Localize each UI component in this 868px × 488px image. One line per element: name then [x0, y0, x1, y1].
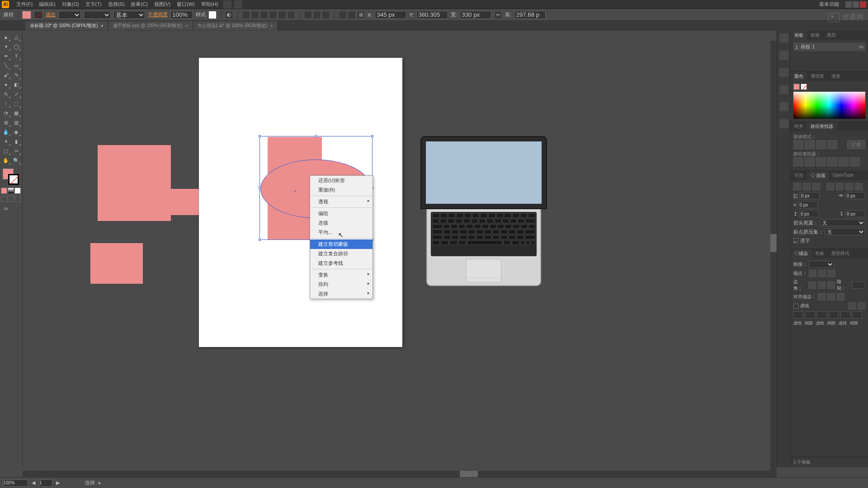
layout-icon[interactable] [223, 0, 231, 9]
artwork-shape[interactable] [98, 145, 171, 221]
unite-icon[interactable] [793, 140, 803, 149]
minus-front-icon[interactable] [805, 140, 815, 149]
tab-layers[interactable]: 图层 [823, 31, 840, 40]
dash-input[interactable] [817, 311, 827, 319]
close-tab-icon[interactable]: × [101, 23, 104, 28]
cap-butt-icon[interactable] [809, 270, 816, 277]
join-bevel-icon[interactable] [827, 282, 835, 289]
zoom-input[interactable] [3, 479, 28, 487]
menu-effect[interactable]: 效果(C) [128, 0, 150, 9]
arrange-icon[interactable] [234, 0, 242, 9]
punct-select[interactable]: 无 [825, 228, 865, 235]
menu-file[interactable]: 文件(F) [14, 0, 35, 9]
justify-left-icon[interactable] [826, 183, 834, 190]
resize-handle-icon[interactable] [259, 187, 261, 189]
distribute-spacing-icon[interactable] [322, 11, 330, 19]
distribute-h-icon[interactable] [304, 11, 312, 19]
exclude-icon[interactable] [827, 140, 837, 149]
tab-opentype[interactable]: OpenType [829, 171, 857, 180]
opacity-link[interactable]: 不透明度 [148, 11, 168, 18]
align-left-icon[interactable] [793, 183, 801, 190]
justify-right-icon[interactable] [845, 183, 853, 190]
isolate-icon[interactable] [348, 11, 356, 19]
ctx-select[interactable]: 选择 [310, 289, 373, 299]
resize-handle-icon[interactable] [259, 135, 261, 137]
join-round-icon[interactable] [818, 282, 826, 289]
magic-wand-tool-icon[interactable]: ✦ [1, 42, 11, 51]
draw-mode-icon[interactable] [1, 196, 7, 202]
space-before-input[interactable] [799, 210, 819, 217]
indent-right-input[interactable] [845, 192, 865, 199]
rotate-tool-icon[interactable]: ↻ [1, 89, 11, 99]
symbol-sprayer-tool-icon[interactable]: ✶ [1, 137, 11, 146]
h-input[interactable] [514, 11, 546, 19]
tab-transparency[interactable]: 透明度 [807, 72, 828, 81]
tab-swatches[interactable]: 色板 [811, 249, 828, 258]
fill-swatch[interactable] [22, 11, 31, 19]
dash-align-icon[interactable] [848, 302, 856, 310]
gradient-mode-icon[interactable] [8, 188, 14, 194]
panel-icon[interactable] [779, 68, 788, 77]
align-right-icon[interactable] [260, 11, 268, 19]
lasso-tool-icon[interactable]: ◯ [11, 42, 21, 51]
outline-icon[interactable] [839, 157, 849, 166]
expand-button[interactable]: 扩展 [847, 140, 865, 149]
menu-type[interactable]: 文字(T) [83, 0, 104, 9]
artboard-nav-input[interactable] [39, 479, 52, 487]
hyphenate-checkbox[interactable] [793, 238, 798, 243]
nav-prev-icon[interactable]: ◀ [32, 480, 35, 486]
horizontal-scrollbar[interactable] [23, 471, 777, 477]
tab-align[interactable]: 对齐 [791, 122, 807, 131]
ctx-make-compound-path[interactable]: 建立复合路径 [310, 249, 373, 258]
rectangle-tool-icon[interactable]: ▭ [11, 61, 21, 70]
trim-icon[interactable] [805, 157, 815, 166]
resize-handle-icon[interactable] [259, 239, 261, 241]
tab-artboards[interactable]: 画板 [791, 31, 807, 40]
scale-tool-icon[interactable]: ⤢ [11, 89, 21, 99]
panel-icon[interactable] [779, 33, 788, 42]
join-miter-icon[interactable] [808, 282, 816, 289]
artboard-options-icon[interactable]: ▭ [859, 44, 863, 50]
close-tab-icon[interactable]: × [185, 23, 188, 28]
pencil-tool-icon[interactable]: ✎ [11, 70, 21, 80]
artwork-laptop[interactable] [420, 136, 547, 241]
perspective-tool-icon[interactable]: ▦ [11, 108, 21, 117]
artwork-shape[interactable] [90, 243, 143, 284]
stroke-weight-select[interactable] [809, 261, 834, 268]
align-stroke-center-icon[interactable] [818, 293, 826, 300]
distribute-v-icon[interactable] [313, 11, 321, 19]
align-center-icon[interactable] [803, 183, 811, 190]
crop-icon[interactable] [827, 157, 837, 166]
stroke-swatch-icon[interactable] [801, 84, 807, 90]
ctx-undo[interactable]: 还原(U)矩形 [310, 176, 373, 185]
width-tool-icon[interactable]: ⟊ [1, 99, 11, 108]
space-after-input[interactable] [845, 210, 865, 217]
align-stroke-outside-icon[interactable] [837, 293, 844, 300]
doc-tab-1[interactable]: 未标题-10* @ 100% (CMYK/预览)× [25, 21, 108, 30]
doc-tab-3[interactable]: 办公用品1.ai* @ 100% (RGB/预览)× [193, 21, 278, 30]
gap-input[interactable] [852, 311, 862, 319]
y-input[interactable] [416, 11, 448, 19]
canvas[interactable]: × [23, 31, 777, 467]
panel-icon[interactable] [779, 102, 788, 111]
ctx-arrange[interactable]: 排列 [310, 280, 373, 289]
align-vcenter-icon[interactable] [278, 11, 286, 19]
zoom-tool-icon[interactable]: 🔍 [11, 156, 21, 165]
ctx-redo[interactable]: 重做(R) [310, 185, 373, 195]
stroke-link[interactable]: 描边 [46, 11, 56, 18]
style-swatch[interactable] [208, 11, 217, 19]
draw-behind-icon[interactable] [8, 196, 14, 202]
scrollbar-thumb[interactable] [770, 234, 777, 252]
menu-object[interactable]: 对象(O) [59, 0, 82, 9]
blend-tool-icon[interactable]: ◉ [11, 127, 21, 136]
first-line-input[interactable] [798, 201, 818, 208]
line-tool-icon[interactable]: ╲ [1, 61, 11, 70]
menu-edit[interactable]: 编辑(E) [36, 0, 58, 9]
shape-builder-tool-icon[interactable]: ◔ [1, 108, 11, 117]
justify-center-icon[interactable] [836, 183, 844, 190]
ctx-make-clipping-mask[interactable]: 建立剪切蒙版 [310, 239, 373, 249]
align-top-icon[interactable] [269, 11, 277, 19]
gradient-tool-icon[interactable]: ▥ [11, 118, 21, 127]
screen-mode-icon[interactable]: ▭ [1, 204, 11, 213]
tab-paragraph[interactable]: ◇ 段落 [807, 171, 829, 180]
